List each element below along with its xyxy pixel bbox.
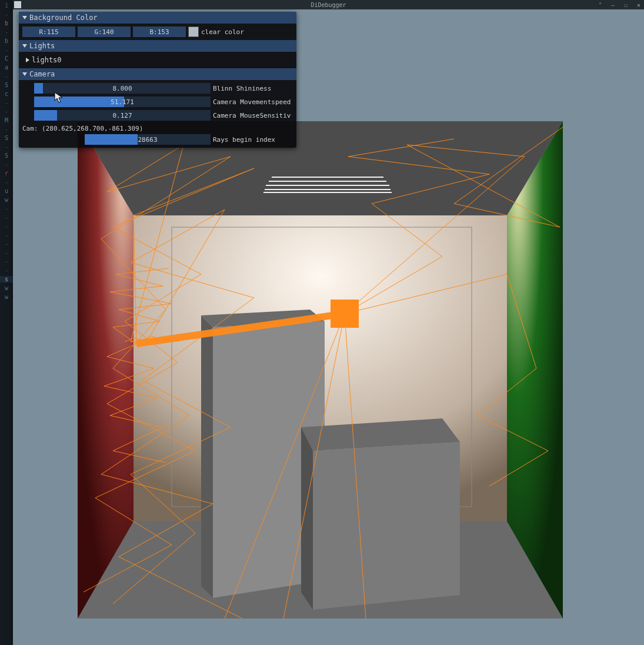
tree-item-label: lights0 bbox=[32, 56, 62, 64]
color-swatch[interactable] bbox=[188, 26, 199, 37]
minimize-icon[interactable]: – bbox=[609, 1, 617, 9]
chevron-down-icon bbox=[22, 44, 27, 48]
slider-label: Camera Movementspeed bbox=[213, 98, 293, 106]
close-icon[interactable]: ✕ bbox=[635, 1, 643, 9]
drag-r[interactable]: R:115 bbox=[22, 26, 75, 37]
drag-b[interactable]: B:153 bbox=[133, 26, 186, 37]
drag-g[interactable]: G:140 bbox=[78, 26, 131, 37]
section-title: Lights bbox=[29, 42, 55, 50]
scene-render bbox=[78, 121, 563, 619]
slider-camera-movementspeed[interactable]: 51.171 bbox=[34, 97, 211, 107]
window-up-icon[interactable]: ˄ bbox=[596, 1, 604, 9]
section-background-color[interactable]: Background Color bbox=[19, 12, 296, 24]
camera-coords: Cam: (280.625,268.700,-861.309) bbox=[19, 124, 296, 134]
titlebar[interactable]: DiDebugger ˄ – ☐ ✕ bbox=[13, 0, 644, 9]
svg-marker-9 bbox=[313, 442, 460, 610]
chevron-right-icon bbox=[26, 58, 29, 62]
section-camera[interactable]: Camera bbox=[19, 68, 296, 80]
left-gutter: 1-b-b- Ca-Sc --M-S- S-r-u w------ --s ww bbox=[0, 0, 13, 645]
window-title: DiDebugger bbox=[311, 2, 346, 8]
section-title: Background Color bbox=[29, 14, 98, 22]
slider-label: Blinn Shininess bbox=[213, 85, 293, 92]
debug-panel[interactable]: Background Color R:115 G:140 B:153 clear… bbox=[19, 12, 296, 148]
viewport[interactable]: Background Color R:115 G:140 B:153 clear… bbox=[13, 9, 644, 645]
clear-color-label: clear color bbox=[201, 28, 293, 36]
maximize-icon[interactable]: ☐ bbox=[622, 1, 630, 9]
slider-label: Camera MouseSensitiv bbox=[213, 112, 293, 119]
slider-label: Rays begin index bbox=[213, 136, 293, 144]
svg-marker-8 bbox=[201, 315, 213, 598]
chevron-down-icon bbox=[22, 72, 27, 76]
slider-blinn-shininess[interactable]: 8.000 bbox=[34, 83, 211, 94]
app-icon bbox=[14, 1, 21, 8]
chevron-down-icon bbox=[22, 16, 27, 19]
section-title: Camera bbox=[29, 70, 55, 78]
section-lights[interactable]: Lights bbox=[19, 40, 296, 52]
svg-marker-11 bbox=[301, 427, 313, 610]
tree-item-lights0[interactable]: lights0 bbox=[22, 54, 293, 66]
slider-rays-begin-index[interactable]: 28663 bbox=[85, 134, 211, 145]
app-window: DiDebugger ˄ – ☐ ✕ bbox=[13, 0, 644, 645]
slider-camera-mousesensitivity[interactable]: 0.127 bbox=[34, 110, 211, 121]
